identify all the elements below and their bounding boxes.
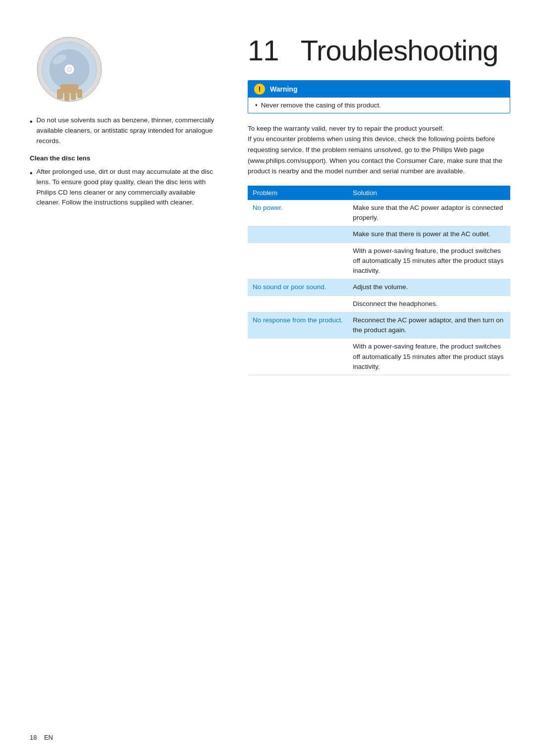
- solution-cell: With a power-saving feature, the product…: [348, 243, 510, 279]
- page-container: • Do not use solvents such as benzene, t…: [0, 0, 535, 756]
- left-column: • Do not use solvents such as benzene, t…: [0, 20, 238, 726]
- problem-cell: No sound or poor sound.: [248, 279, 348, 296]
- warning-label: Warning: [270, 85, 297, 93]
- problem-cell: No response from the product.: [248, 312, 348, 339]
- svg-point-4: [67, 67, 72, 72]
- troubleshooting-table: Problem Solution No power.Make sure that…: [248, 186, 510, 375]
- warning-box: ! Warning Never remove the casing of thi…: [248, 80, 510, 113]
- warning-body: Never remove the casing of this product.: [248, 98, 510, 113]
- chapter-title: 11 Troubleshooting: [248, 35, 510, 66]
- solution-cell: Make sure that there is power at the AC …: [348, 226, 510, 243]
- page-num: 18: [30, 734, 37, 741]
- chapter-title-text: Troubleshooting: [301, 34, 498, 66]
- problem-cell: [248, 243, 348, 279]
- solution-cell: Reconnect the AC power adaptor, and then…: [348, 312, 510, 339]
- bullet-dot-1: •: [30, 116, 33, 128]
- warning-icon: !: [254, 84, 265, 95]
- disc-illustration: [30, 35, 218, 105]
- table-row: No response from the product.Reconnect t…: [248, 312, 510, 339]
- solution-cell: Make sure that the AC power adaptor is c…: [348, 200, 510, 226]
- problem-cell: [248, 226, 348, 243]
- svg-rect-8: [71, 90, 76, 100]
- solution-cell: Disconnect the headphones.: [348, 296, 510, 312]
- left-content: • Do not use solvents such as benzene, t…: [30, 115, 218, 208]
- bullet-dot-2: •: [30, 167, 33, 180]
- table-row: No sound or poor sound.Adjust the volume…: [248, 279, 510, 296]
- col-problem: Problem: [248, 186, 348, 200]
- warning-header: ! Warning: [248, 81, 510, 98]
- clean-disc-heading: Clean the disc lens: [30, 153, 218, 164]
- intro-paragraph: To keep the warranty valid, never try to…: [248, 123, 510, 177]
- table-row: Disconnect the headphones.: [248, 296, 510, 312]
- table-row: With a power-saving feature, the product…: [248, 339, 510, 375]
- svg-rect-7: [64, 90, 69, 101]
- problem-cell: [248, 296, 348, 312]
- warning-icon-symbol: !: [259, 85, 261, 93]
- page-lang: EN: [44, 734, 53, 741]
- solution-cell: With a power-saving feature, the product…: [348, 339, 510, 375]
- right-column: 11 Troubleshooting ! Warning Never remov…: [238, 20, 535, 726]
- problem-cell: [248, 339, 348, 375]
- solution-cell: Adjust the volume.: [348, 279, 510, 296]
- table-row: Make sure that there is power at the AC …: [248, 226, 510, 243]
- problem-cell: No power.: [248, 200, 348, 226]
- left-bullet-1: • Do not use solvents such as benzene, t…: [30, 115, 218, 147]
- table-body: No power.Make sure that the AC power ada…: [248, 200, 510, 375]
- table-row: No power.Make sure that the AC power ada…: [248, 200, 510, 226]
- table-row: With a power-saving feature, the product…: [248, 243, 510, 279]
- svg-rect-6: [57, 89, 63, 99]
- table-header-row: Problem Solution: [248, 186, 510, 200]
- svg-rect-9: [77, 89, 82, 98]
- page-number: 18 EN: [30, 734, 53, 741]
- left-bullet-2: • After prolonged use, dirt or dust may …: [30, 167, 218, 208]
- left-bullet-2-text: After prolonged use, dirt or dust may ac…: [37, 167, 218, 208]
- col-solution: Solution: [348, 186, 510, 200]
- chapter-number: 11: [248, 34, 279, 66]
- warning-bullet-text: Never remove the casing of this product.: [261, 101, 381, 109]
- left-bullet-1-text: Do not use solvents such as benzene, thi…: [37, 115, 218, 147]
- warning-bullet: Never remove the casing of this product.: [255, 101, 503, 109]
- table-header: Problem Solution: [248, 186, 510, 200]
